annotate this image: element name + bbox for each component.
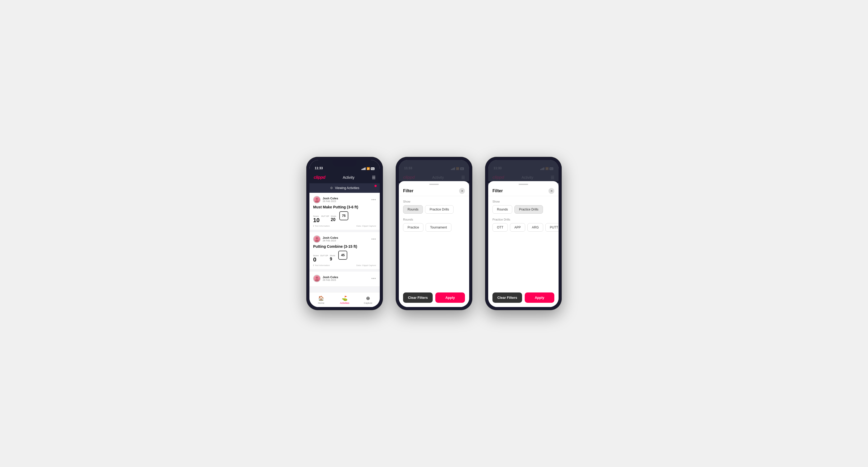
data-source-1: Data: Clippd Capture	[356, 225, 376, 227]
filter-overlay-3: Filter ✕ Show Rounds Practice Drills Pra…	[488, 160, 559, 307]
drills-buttons-3: OTT APP ARG PUTT	[492, 223, 554, 232]
header-title-1: Activity	[343, 175, 354, 180]
shots-label-1: Shots	[331, 215, 336, 217]
filter-sheet-3: Filter ✕ Show Rounds Practice Drills Pra…	[488, 181, 559, 307]
apply-btn-2[interactable]: Apply	[435, 292, 465, 303]
wifi-icon: 📶	[367, 167, 370, 170]
close-button-2[interactable]: ✕	[459, 188, 465, 194]
signal-bars-1	[362, 167, 366, 170]
card-footer-2: ℹ Test Information Data: Clippd Capture	[313, 264, 376, 267]
card-header-1: Josh Coles 28 Feb 2023 •••	[313, 196, 376, 204]
filter-icon-1: ⚙	[330, 186, 333, 190]
activity-card-1: Josh Coles 28 Feb 2023 ••• Must Make Put…	[309, 193, 380, 230]
nav-capture-1[interactable]: ⊕ Capture	[356, 295, 380, 304]
user-name-1: Josh Coles	[323, 197, 338, 200]
capture-icon-1: ⊕	[366, 295, 370, 301]
app-logo-1: clippd	[314, 175, 325, 180]
rounds-buttons-2: Practice Tournament	[403, 223, 465, 232]
user-info-2: Josh Coles 28 Feb 2023	[313, 235, 338, 243]
shots-block-2: Shots 9	[330, 254, 335, 261]
capture-label-1: Capture	[364, 302, 372, 304]
viewing-bar-1[interactable]: ⚙ Viewing Activities	[309, 183, 380, 193]
rounds-show-btn-2[interactable]: Rounds	[403, 205, 423, 214]
close-button-3[interactable]: ✕	[549, 188, 554, 194]
svg-point-0	[316, 198, 318, 200]
score-value-2: 0	[313, 256, 316, 263]
test-info-1: ℹ Test Information	[313, 225, 330, 227]
apply-btn-3[interactable]: Apply	[525, 292, 554, 303]
practice-drills-show-btn-2[interactable]: Practice Drills	[425, 205, 453, 214]
filter-body-2: Show Rounds Practice Drills Rounds Pract…	[399, 196, 469, 289]
svg-point-1	[315, 200, 319, 202]
shot-quality-badge-2: 45	[338, 251, 347, 260]
more-dots-2[interactable]: •••	[371, 237, 376, 241]
ott-btn-3[interactable]: OTT	[492, 223, 508, 232]
nav-activities-1[interactable]: ⛳ Activities	[333, 295, 356, 304]
user-info-3: Josh Coles 28 Feb 2023	[313, 275, 338, 282]
screen-content-1: Josh Coles 28 Feb 2023 ••• Must Make Put…	[309, 193, 380, 292]
filter-body-3: Show Rounds Practice Drills Practice Dri…	[488, 196, 559, 289]
screen-3: 11:33 📶 51 clippd Activity ☰	[488, 160, 559, 307]
score-block-1: Score 10	[313, 215, 319, 223]
user-date-1: 28 Feb 2023	[323, 200, 338, 203]
out-of-2: OUT OF	[320, 254, 328, 257]
overlay-backdrop-2	[399, 160, 469, 181]
avatar-svg-2	[314, 237, 319, 242]
nav-home-1[interactable]: 🏠 Home	[309, 295, 333, 304]
filter-title-2: Filter	[403, 189, 413, 193]
signal-bar-1	[362, 169, 362, 170]
phones-container: 11:33 📶 51 clippd Activity ☰	[306, 157, 562, 310]
hamburger-icon-1[interactable]: ☰	[372, 175, 376, 180]
clear-filters-btn-3[interactable]: Clear Filters	[492, 292, 522, 303]
red-dot-1	[374, 185, 377, 187]
clear-filters-btn-2[interactable]: Clear Filters	[403, 292, 433, 303]
filter-overlay-2: Filter ✕ Show Rounds Practice Drills Rou…	[399, 160, 469, 307]
avatar-svg-3	[314, 276, 319, 281]
phone-2: 11:33 📶 51 clippd Activity ☰	[396, 157, 472, 310]
info-icon-1: ℹ	[313, 225, 314, 227]
putt-btn-3[interactable]: PUTT	[545, 223, 559, 232]
practice-btn-2[interactable]: Practice	[403, 223, 424, 232]
user-date-2: 28 Feb 2023	[323, 239, 338, 242]
rounds-show-btn-3[interactable]: Rounds	[492, 205, 512, 214]
user-info-1: Josh Coles 28 Feb 2023	[313, 196, 338, 204]
show-label-3: Show	[492, 200, 554, 203]
card-title-1: Must Make Putting (3-6 ft)	[313, 205, 376, 209]
home-icon-1: 🏠	[318, 295, 324, 301]
tournament-btn-2[interactable]: Tournament	[426, 223, 451, 232]
shots-label-2: Shots	[330, 254, 335, 257]
avatar-img-1	[314, 196, 320, 203]
practice-drills-show-btn-3[interactable]: Practice Drills	[515, 205, 543, 214]
more-dots-1[interactable]: •••	[371, 197, 376, 202]
user-details-2: Josh Coles 28 Feb 2023	[323, 236, 338, 242]
app-header-1: clippd Activity ☰	[309, 172, 380, 183]
bottom-nav-1: 🏠 Home ⛳ Activities ⊕ Capture	[309, 292, 380, 307]
out-of-1: OUT OF	[321, 215, 329, 217]
score-value-1: 10	[313, 217, 319, 223]
filter-footer-2: Clear Filters Apply	[399, 289, 469, 307]
shot-quality-value-2: 45	[341, 253, 345, 257]
card-footer-1: ℹ Test Information Data: Clippd Capture	[313, 225, 376, 227]
stats-row-1: Score 10 OUT OF Shots 20 75	[313, 211, 376, 223]
signal-bar-3	[364, 168, 365, 170]
avatar-svg-1	[314, 197, 319, 202]
notch-1	[333, 160, 356, 166]
shots-value-1: 20	[331, 217, 336, 222]
activity-card-2: Josh Coles 28 Feb 2023 ••• Putting Combi…	[309, 232, 380, 270]
filter-sheet-2: Filter ✕ Show Rounds Practice Drills Rou…	[399, 181, 469, 307]
battery-icon: 51	[371, 167, 374, 170]
rounds-section-label-2: Rounds	[403, 218, 465, 221]
user-name-3: Josh Coles	[323, 276, 338, 279]
avatar-1	[313, 196, 320, 204]
svg-point-2	[316, 237, 318, 239]
svg-point-5	[315, 279, 319, 281]
viewing-bar-text-1: Viewing Activities	[335, 186, 360, 190]
phone-1: 11:33 📶 51 clippd Activity ☰	[306, 157, 383, 310]
arg-btn-3[interactable]: ARG	[527, 223, 543, 232]
card-gap-2	[309, 270, 380, 272]
more-dots-3[interactable]: •••	[371, 276, 376, 281]
phone-3: 11:33 📶 51 clippd Activity ☰	[485, 157, 562, 310]
info-icon-2: ℹ	[313, 264, 314, 267]
avatar-img-3	[314, 275, 320, 282]
app-btn-3[interactable]: APP	[510, 223, 525, 232]
